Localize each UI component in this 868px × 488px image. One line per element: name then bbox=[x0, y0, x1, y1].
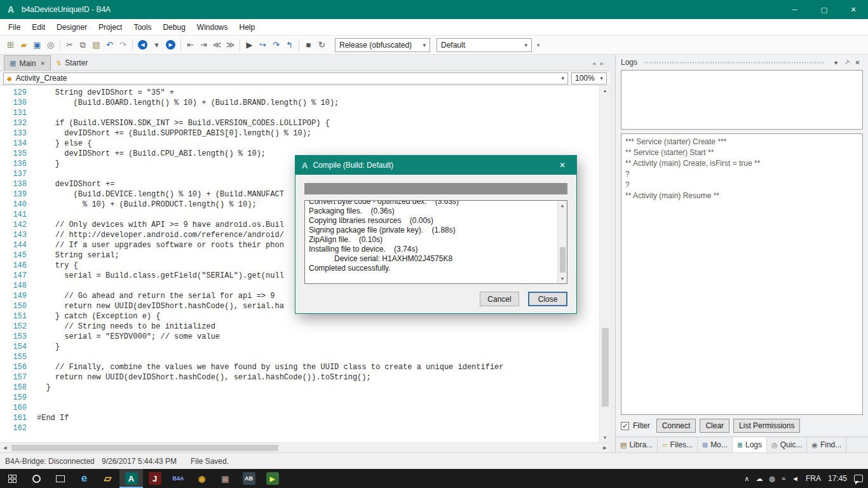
defender-icon[interactable]: ◍ bbox=[769, 475, 775, 483]
scroll-up-icon[interactable]: ▲ bbox=[600, 86, 610, 95]
close-button[interactable]: ✕ bbox=[839, 0, 868, 19]
scroll-right-icon[interactable]: ▶ bbox=[600, 443, 610, 453]
separator[interactable] bbox=[299, 39, 299, 51]
action-center-icon[interactable] bbox=[854, 475, 863, 482]
clock[interactable]: 17:45 bbox=[828, 474, 847, 483]
taskbar-app-icon-1[interactable]: ▣ bbox=[214, 469, 237, 488]
horizontal-scrollbar-thumb[interactable] bbox=[11, 445, 278, 451]
tab-close-icon[interactable]: ✕ bbox=[40, 60, 45, 67]
menu-item[interactable]: Edit bbox=[26, 20, 51, 34]
step-over-icon[interactable]: ↷ bbox=[269, 38, 283, 52]
scroll-left-icon[interactable]: ◀ bbox=[0, 443, 10, 453]
network-icon[interactable]: ≈ bbox=[782, 475, 785, 483]
taskbar-bridge-icon[interactable]: AB bbox=[237, 469, 261, 488]
panel-drag-grip[interactable] bbox=[644, 61, 824, 64]
compile-log-box[interactable]: Convert byte code - optimized dex. (3.63… bbox=[304, 200, 567, 284]
menu-item[interactable]: File bbox=[3, 20, 26, 34]
language-indicator[interactable]: FRA bbox=[806, 474, 821, 483]
panel-close-icon[interactable]: ✕ bbox=[852, 59, 863, 66]
back-history-dropdown-icon[interactable]: ▾ bbox=[150, 38, 163, 52]
zoom-select[interactable]: 100% ▾ bbox=[571, 72, 607, 85]
volume-icon[interactable]: ◄ bbox=[792, 475, 799, 483]
menu-item[interactable]: Windows bbox=[191, 20, 234, 34]
tab-main[interactable]: ▦ Main ✕ bbox=[4, 55, 51, 71]
list-permissions-button[interactable]: List Permissions bbox=[733, 419, 800, 433]
scroll-up-icon[interactable]: ▲ bbox=[558, 201, 567, 210]
hidden-icons-chevron[interactable]: ∧ bbox=[744, 475, 749, 483]
search-button[interactable] bbox=[24, 469, 48, 488]
logs-filter-box[interactable] bbox=[621, 70, 863, 130]
minimize-button[interactable]: ─ bbox=[780, 0, 810, 19]
save-icon[interactable]: ▣ bbox=[31, 38, 44, 52]
panel-tab-libraries[interactable]: ▤ Libra... bbox=[616, 437, 658, 452]
outdent-icon[interactable]: ⇤ bbox=[184, 38, 197, 52]
tab-scroll-left-icon[interactable]: ◂ bbox=[592, 60, 595, 67]
menu-item[interactable]: Tools bbox=[128, 20, 157, 34]
taskbar-explorer-icon[interactable]: ▱ bbox=[96, 469, 119, 488]
dialog-log-scrollbar[interactable]: ▲ ▼ bbox=[557, 201, 567, 283]
filter-checkbox[interactable]: ✓ bbox=[621, 422, 629, 430]
taskbar-sdk-icon[interactable]: ◉ bbox=[190, 469, 214, 488]
panel-menu-icon[interactable]: ▾ bbox=[831, 59, 841, 66]
maximize-button[interactable]: ▢ bbox=[810, 0, 839, 19]
build-config-select[interactable]: Release (obfuscated) ▾ bbox=[335, 38, 430, 52]
undo-icon[interactable]: ↶ bbox=[103, 38, 116, 52]
scroll-down-icon[interactable]: ▼ bbox=[600, 433, 610, 442]
cancel-button[interactable]: Cancel bbox=[480, 292, 519, 306]
start-button[interactable] bbox=[0, 469, 24, 488]
task-view-button[interactable] bbox=[48, 469, 72, 488]
cut-icon[interactable]: ✂ bbox=[63, 38, 76, 52]
find-icon[interactable]: ◎ bbox=[44, 38, 57, 52]
editor-vertical-scrollbar[interactable]: ▲ ▼ bbox=[599, 86, 610, 442]
panel-tab-logs[interactable]: ≣ Logs bbox=[733, 437, 767, 452]
separator[interactable] bbox=[132, 39, 133, 51]
menu-item[interactable]: Designer bbox=[51, 20, 93, 34]
tab-scroll-right-icon[interactable]: ▸ bbox=[600, 60, 604, 67]
scroll-down-icon[interactable]: ▼ bbox=[558, 274, 567, 283]
comment-icon[interactable]: ≪ bbox=[210, 38, 224, 52]
panel-pin-icon[interactable]: ⊤ bbox=[841, 56, 853, 69]
open-project-icon[interactable]: ▰ bbox=[17, 38, 31, 52]
step-out-icon[interactable]: ↰ bbox=[283, 38, 296, 52]
taskbar-jdk-icon[interactable]: J bbox=[143, 469, 166, 488]
stop-icon[interactable]: ■ bbox=[302, 38, 315, 52]
menu-item[interactable]: Project bbox=[93, 20, 128, 34]
redo-icon[interactable]: ↷ bbox=[116, 38, 130, 52]
logs-view[interactable]: *** Service (starter) Create ***** Servi… bbox=[621, 133, 863, 415]
vertical-scrollbar-thumb[interactable] bbox=[602, 328, 609, 406]
panel-tab-modules[interactable]: ⊞ Mo... bbox=[698, 437, 733, 452]
separator[interactable] bbox=[60, 39, 60, 51]
taskbar-b4a-logo-icon[interactable]: B4A bbox=[166, 469, 190, 488]
new-project-icon[interactable]: ⊞ bbox=[4, 38, 17, 52]
separator[interactable] bbox=[180, 39, 181, 51]
dialog-close-button[interactable]: ✕ bbox=[555, 161, 570, 170]
dialog-close-action-button[interactable]: Close bbox=[528, 292, 567, 306]
connect-button[interactable]: Connect bbox=[656, 419, 696, 433]
sub-navigator-select[interactable]: ◆ Activity_Create ▾ bbox=[3, 72, 568, 85]
panel-tab-quick[interactable]: ◎ Quic... bbox=[767, 437, 807, 452]
profile-select[interactable]: Default ▾ bbox=[437, 38, 532, 52]
editor-horizontal-scrollbar[interactable]: ◀ ▶ bbox=[0, 442, 610, 452]
separator[interactable] bbox=[240, 39, 240, 51]
clear-button[interactable]: Clear bbox=[700, 419, 729, 433]
panel-splitter[interactable] bbox=[610, 55, 615, 452]
taskbar-app-icon-2[interactable]: ▶ bbox=[261, 469, 284, 488]
toolbar-overflow-icon[interactable]: ▾ bbox=[537, 42, 540, 48]
copy-icon[interactable]: ⧉ bbox=[76, 38, 90, 52]
uncomment-icon[interactable]: ≫ bbox=[224, 38, 237, 52]
navigate-back-icon[interactable]: ◀ bbox=[138, 40, 147, 50]
menu-item[interactable]: Debug bbox=[157, 20, 191, 34]
panel-tab-find[interactable]: ◉ Find... bbox=[807, 437, 846, 452]
onedrive-icon[interactable]: ☁ bbox=[756, 475, 763, 483]
panel-tab-files[interactable]: ▱ Files... bbox=[658, 437, 698, 452]
taskbar-b4a-icon[interactable]: A bbox=[119, 469, 143, 488]
restart-icon[interactable]: ↻ bbox=[315, 38, 329, 52]
dialog-scrollbar-thumb[interactable] bbox=[560, 247, 566, 273]
taskbar-edge-icon[interactable]: e bbox=[72, 469, 96, 488]
run-icon[interactable]: ▶ bbox=[243, 38, 256, 52]
paste-icon[interactable]: ▤ bbox=[90, 38, 103, 52]
menu-item[interactable]: Help bbox=[234, 20, 261, 34]
tab-starter[interactable]: ↯ Starter bbox=[51, 55, 97, 71]
indent-icon[interactable]: ⇥ bbox=[197, 38, 210, 52]
navigate-forward-icon[interactable]: ▶ bbox=[166, 40, 175, 50]
